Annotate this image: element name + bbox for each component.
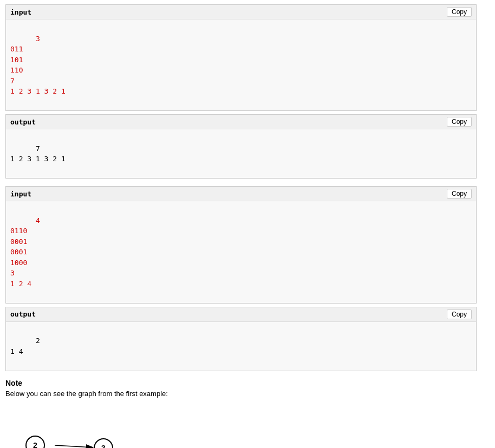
- example2-output-content: 2 1 4: [6, 322, 476, 371]
- example1-output-block: output Copy 7 1 2 3 1 3 2 1: [5, 114, 477, 179]
- example1-input-content: 3 011 101 110 7 1 2 3 1 3 2 1: [6, 19, 476, 110]
- note-subtitle: Below you can see the graph from the fir…: [5, 390, 477, 398]
- example2-output-title: output: [10, 310, 36, 318]
- example2-output-header: output Copy: [6, 307, 476, 322]
- note-section: Note Below you can see the graph from th…: [5, 379, 477, 449]
- edge-2-3: [55, 445, 93, 447]
- example1-input-text: 3 011 101 110 7 1 2 3 1 3 2 1: [10, 35, 66, 96]
- example2-output-block: output Copy 2 1 4: [5, 307, 477, 371]
- example1-output-text: 7 1 2 3 1 3 2 1: [10, 144, 66, 163]
- example1-input-title: input: [10, 8, 31, 16]
- example1-output-header: output Copy: [6, 115, 476, 129]
- example2-input-copy-button[interactable]: Copy: [447, 189, 472, 199]
- example1-output-copy-button[interactable]: Copy: [447, 117, 472, 127]
- example2-input-block: input Copy 4 0110 0001 0001 1000 3 1 2 4: [5, 186, 477, 304]
- example1-input-copy-button[interactable]: Copy: [447, 7, 472, 17]
- example1-input-block: input Copy 3 011 101 110 7 1 2 3 1 3 2 1: [5, 4, 477, 111]
- example2-input-title: input: [10, 190, 31, 198]
- graph-container: 2 3 1 4: [16, 409, 179, 449]
- example1-output-content: 7 1 2 3 1 3 2 1: [6, 129, 476, 178]
- example1-input-header: input Copy: [6, 5, 476, 19]
- example2-output-copy-button[interactable]: Copy: [447, 309, 472, 319]
- example2-input-content: 4 0110 0001 0001 1000 3 1 2 4: [6, 201, 476, 303]
- note-title: Note: [5, 379, 477, 387]
- example2-input-header: input Copy: [6, 187, 476, 201]
- example1-output-title: output: [10, 118, 36, 126]
- example2-output-text: 2 1 4: [10, 337, 40, 355]
- example2-input-text: 4 0110 0001 0001 1000 3 1 2 4: [10, 216, 40, 288]
